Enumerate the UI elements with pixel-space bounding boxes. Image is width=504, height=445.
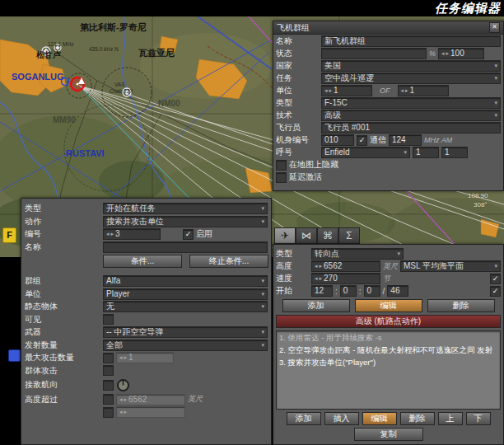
tail-number-input[interactable]: 010 <box>321 134 354 146</box>
action-delete-button[interactable]: 删除 <box>400 412 435 425</box>
task-action-select[interactable]: 搜索并攻击单位 ▾ <box>103 216 268 227</box>
start-minutes-input[interactable]: 0 <box>340 285 357 297</box>
spinner-decrement-icon[interactable]: ◂ <box>441 49 445 59</box>
spinner-decrement-icon[interactable]: ◂ <box>315 261 318 271</box>
map-label-city: 瓦兹亚尼 <box>138 47 175 59</box>
clipped-stepper[interactable]: ◂ ▸ <box>116 406 185 418</box>
target-group-label: 群组 <box>25 275 100 287</box>
tab-payload[interactable]: ⋈ <box>296 227 317 244</box>
alt-above-checkbox[interactable] <box>103 394 114 405</box>
max-attack-checkbox[interactable] <box>103 353 114 363</box>
target-unit-select[interactable]: Player ▾ <box>103 288 268 300</box>
tab-summary[interactable]: Σ <box>338 227 360 244</box>
task-name-label: 名称 <box>25 241 100 253</box>
start-hours-input[interactable]: 12 <box>311 285 333 297</box>
spinner-decrement-icon[interactable]: ◂ <box>119 407 123 417</box>
engage-heading-checkbox[interactable] <box>103 380 114 391</box>
condition-button[interactable]: 条件... <box>103 255 182 268</box>
pilot-name-input[interactable]: 飞行员 #001 <box>321 122 501 134</box>
dropdown-arrow-icon: ▾ <box>494 110 497 120</box>
country-select[interactable]: 美国 ▾ <box>321 60 501 72</box>
heading-dial[interactable] <box>116 378 130 392</box>
aircraft-type-select[interactable]: F-15C ▾ <box>321 97 501 109</box>
max-attack-stepper[interactable]: ◂ ▸ 1 <box>116 352 174 363</box>
list-item[interactable]: 3. 搜索并攻击单位("Player") <box>279 358 497 367</box>
hidden-on-map-checkbox[interactable] <box>276 160 287 171</box>
callsign-flight-input[interactable]: 1 <box>413 147 439 158</box>
launch-qty-select[interactable]: 全部 ▾ <box>103 340 268 351</box>
copy-button[interactable]: 复制 <box>354 428 423 441</box>
altitude-ref-select[interactable]: MSL 平均海平面 ▾ <box>400 260 501 272</box>
speed-lock-checkbox[interactable]: ✓ <box>490 274 501 284</box>
waypoint-actions-list[interactable]: 1. 使用雷达 - 用于持续搜索 -s 2. 空空导弹攻击距离 - 随机在最大射… <box>276 330 501 410</box>
task-number-stepper[interactable]: ◂ ▸ 3 <box>103 228 161 240</box>
wp-delete-button[interactable]: 删除 <box>427 299 495 312</box>
visible-checkbox[interactable] <box>103 314 114 325</box>
alt-above-stepper[interactable]: ◂ ▸ 6562 <box>116 394 185 405</box>
altitude-stepper[interactable]: ◂ ▸ 6562 <box>311 260 380 272</box>
probability-stepper[interactable]: ◂ ▸ 100 <box>438 48 484 59</box>
unit-count-stepper[interactable]: ◂ ▸ 1 <box>321 85 372 96</box>
task-select[interactable]: 空中战斗巡逻 ▾ <box>321 73 501 84</box>
start-day-input[interactable]: 46 <box>387 285 408 297</box>
list-item[interactable]: 2. 空空导弹攻击距离 - 随机在最大射程和不可逃逸区之间 发射 <box>279 345 497 354</box>
group-attack-checkbox[interactable] <box>103 365 114 376</box>
spinner-increment-icon[interactable]: ▸ <box>405 86 408 96</box>
list-item[interactable]: 1. 使用雷达 - 用于持续搜索 -s <box>279 333 497 342</box>
stop-condition-button[interactable]: 终止条件... <box>189 255 268 268</box>
action-edit-button[interactable]: 编辑 <box>362 412 397 425</box>
spinner-decrement-icon[interactable]: ◂ <box>401 86 404 96</box>
start-lock-checkbox[interactable]: ✓ <box>490 286 501 297</box>
spinner-decrement-icon[interactable]: ◂ <box>106 229 110 239</box>
map-unit-icon-blue[interactable] <box>8 349 21 362</box>
action-add-button[interactable]: 添加 <box>287 412 321 425</box>
action-insert-button[interactable]: 插入 <box>324 412 359 425</box>
advanced-actions-button[interactable]: 高级 (航路点动作) <box>276 315 501 328</box>
comms-checkbox[interactable]: ✓ <box>357 135 367 146</box>
spinner-increment-icon[interactable]: ▸ <box>320 274 323 283</box>
task-type-select[interactable]: 开始在航任务 ▾ <box>103 203 268 214</box>
callsign-select[interactable]: Enfield ▾ <box>321 147 410 158</box>
start-seconds-input[interactable]: 0 <box>364 285 380 297</box>
spinner-decrement-icon[interactable]: ◂ <box>119 395 123 405</box>
spinner-increment-icon[interactable]: ▸ <box>329 86 333 96</box>
spinner-increment-icon[interactable]: ▸ <box>111 229 114 239</box>
spinner-decrement-icon[interactable]: ◂ <box>315 274 318 283</box>
command-icon: ⌘ <box>323 230 333 241</box>
task-name-input[interactable] <box>103 241 268 253</box>
radio-freq-input[interactable]: 124 <box>389 134 422 146</box>
speed-stepper[interactable]: ◂ ▸ 270 <box>311 273 380 284</box>
spinner-increment-icon[interactable]: ▸ <box>446 49 450 59</box>
target-group-select[interactable]: Alfa ▾ <box>103 275 268 287</box>
condition-input[interactable] <box>321 48 427 59</box>
wp-edit-button[interactable]: 编辑 <box>355 299 422 312</box>
task-label: 任务 <box>276 73 319 84</box>
spinner-decrement-icon[interactable]: ◂ <box>324 86 328 96</box>
wp-type-select[interactable]: 转向点 ▾ <box>311 248 404 260</box>
weapon-select[interactable]: -- 中距空空导弹 ▾ <box>103 326 268 338</box>
action-down-button[interactable]: 下 <box>466 412 491 425</box>
clipped-checkbox[interactable] <box>103 407 114 418</box>
wp-add-button[interactable]: 添加 <box>282 299 350 312</box>
action-up-button[interactable]: 上 <box>438 412 463 425</box>
group-name-input[interactable]: 新飞机群组 <box>321 35 501 47</box>
map-label-navaid: VAS <box>114 82 125 87</box>
enabled-checkbox[interactable]: ✓ <box>183 229 194 240</box>
condition-label: 状态 <box>276 48 319 59</box>
close-icon[interactable]: ✕ <box>489 22 500 33</box>
skill-select[interactable]: 高级 ▾ <box>321 110 501 121</box>
wp-buttons-row: 添加 编辑 删除 <box>276 299 501 312</box>
tab-route[interactable]: ✈ <box>274 227 296 244</box>
late-activation-checkbox[interactable] <box>276 172 287 183</box>
callsign-number-input[interactable]: 1 <box>441 147 468 158</box>
enroute-task-panel: 类型 开始在航任务 ▾ 动作 搜索并攻击单位 ▾ 编号 ◂ ▸ 3 ✓ 启用 <box>21 198 272 445</box>
spinner-increment-icon[interactable]: ▸ <box>124 353 128 363</box>
spinner-increment-icon[interactable]: ▸ <box>320 261 323 271</box>
unit-total-stepper[interactable]: ◂ ▸ 1 <box>398 85 449 96</box>
spinner-decrement-icon[interactable]: ◂ <box>119 353 123 363</box>
static-object-select[interactable]: 无 ▾ <box>103 301 268 312</box>
spinner-increment-icon[interactable]: ▸ <box>124 407 128 417</box>
map-marker-f[interactable]: F <box>2 227 16 243</box>
spinner-increment-icon[interactable]: ▸ <box>124 395 128 405</box>
tab-triggered-actions[interactable]: ⌘ <box>317 227 338 244</box>
